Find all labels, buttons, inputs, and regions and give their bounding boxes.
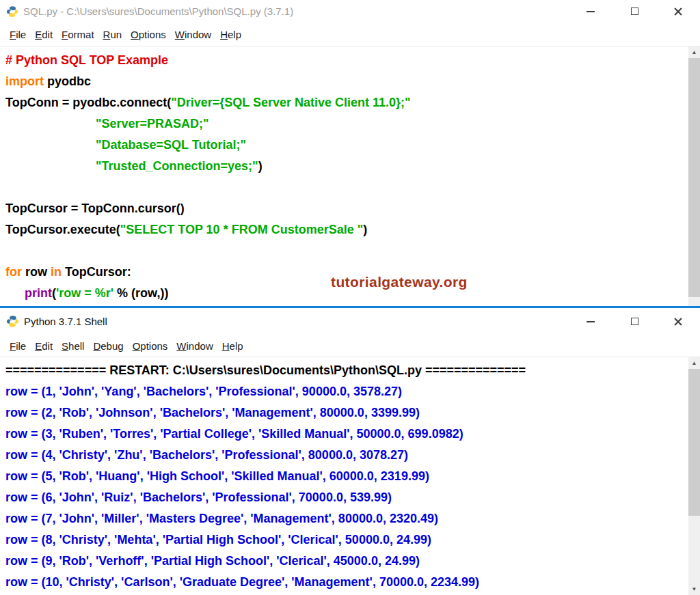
code-line: TopConn = pyodbc.connect("Driver={SQL Se… (5, 92, 686, 113)
shell-window-title: Python 3.7.1 Shell (24, 316, 107, 327)
shell-scrollbar-thumb[interactable] (688, 369, 700, 516)
close-icon (673, 7, 683, 16)
scroll-down-icon[interactable]: ▼ (688, 583, 700, 595)
output-line: row = (2, 'Rob', 'Johnson', 'Bachelors',… (5, 402, 686, 424)
close-button[interactable] (656, 0, 700, 23)
editor-window-title: SQL.py - C:\Users\sures\Documents\Python… (23, 5, 293, 17)
editor-scrollbar[interactable]: ▲ (688, 46, 700, 306)
shell-scrollbar[interactable]: ▲ ▼ (688, 357, 700, 595)
output-line: row = (10, 'Christy', 'Carlson', 'Gradua… (5, 572, 686, 593)
menu-options[interactable]: Options (127, 27, 170, 42)
output-line: row = (9, 'Rob', 'Verhoff', 'Partial Hig… (5, 551, 686, 572)
shell-output-lines: ============== RESTART: C:\Users\sures\D… (5, 360, 686, 593)
shell-window: Python 3.7.1 Shell FileEditShellDebugOpt… (0, 306, 700, 595)
output-line: row = (7, 'John', 'Miller', 'Masters Deg… (5, 508, 686, 529)
code-line: "Trusted_Connection=yes;") (5, 156, 686, 177)
menu-debug[interactable]: Debug (90, 339, 126, 353)
editor-code-area[interactable]: # Python SQL TOP Exampleimport pyodbcTop… (0, 46, 700, 306)
code-line: # Python SQL TOP Example (5, 50, 686, 71)
python-logo-icon (6, 315, 19, 328)
code-line (5, 177, 686, 198)
watermark-text: tutorialgateway.org (331, 274, 468, 290)
code-line: TopCursor = TopConn.cursor() (5, 198, 686, 219)
python-logo-icon (6, 5, 18, 18)
menu-edit[interactable]: Edit (31, 339, 56, 353)
menu-format[interactable]: Format (58, 27, 98, 42)
minimize-icon (587, 321, 595, 322)
editor-code-lines: # Python SQL TOP Exampleimport pyodbcTop… (5, 50, 686, 304)
editor-scrollbar-thumb[interactable] (688, 58, 700, 297)
editor-titlebar[interactable]: SQL.py - C:\Users\sures\Documents\Python… (0, 0, 700, 23)
menu-file[interactable]: File (6, 27, 29, 42)
code-line: import pyodbc (5, 71, 686, 92)
menu-options[interactable]: Options (129, 339, 172, 353)
shell-window-controls (569, 308, 700, 335)
code-line: TopCursor.execute("SELECT TOP 10 * FROM … (5, 219, 686, 240)
code-line: "Database=SQL Tutorial;" (5, 135, 686, 156)
menu-window[interactable]: Window (172, 27, 215, 42)
output-line: row = (5, 'Rob', 'Huang', 'High School',… (5, 466, 686, 487)
shell-titlebar[interactable]: Python 3.7.1 Shell (0, 308, 700, 335)
menu-shell[interactable]: Shell (58, 339, 88, 353)
output-line: row = (6, 'John', 'Ruiz', 'Bachelors', '… (5, 487, 686, 508)
scroll-up-icon[interactable]: ▲ (688, 46, 700, 58)
editor-menubar: FileEditFormatRunOptionsWindowHelp (0, 23, 700, 46)
menu-help[interactable]: Help (219, 339, 247, 353)
close-button[interactable] (656, 308, 700, 335)
menu-file[interactable]: File (6, 339, 29, 353)
code-line (5, 240, 686, 262)
maximize-button[interactable] (612, 308, 656, 335)
minimize-icon (587, 11, 595, 12)
minimize-button[interactable] (569, 0, 612, 23)
output-line: row = (1, 'John', 'Yang', 'Bachelors', '… (5, 381, 686, 402)
editor-window-controls (569, 0, 700, 23)
menu-edit[interactable]: Edit (31, 27, 56, 42)
shell-menubar: FileEditShellDebugOptionsWindowHelp (0, 335, 700, 357)
scroll-up-icon[interactable]: ▲ (688, 357, 700, 369)
editor-window: SQL.py - C:\Users\sures\Documents\Python… (0, 0, 700, 306)
maximize-icon (631, 8, 638, 15)
close-icon (673, 317, 683, 327)
output-line: row = (3, 'Ruben', 'Torres', 'Partial Co… (5, 424, 686, 445)
code-line: "Server=PRASAD;" (5, 113, 686, 135)
menu-window[interactable]: Window (173, 339, 216, 353)
maximize-icon (631, 318, 638, 325)
minimize-button[interactable] (569, 308, 612, 335)
output-line: ============== RESTART: C:\Users\sures\D… (5, 360, 686, 381)
menu-help[interactable]: Help (217, 27, 245, 42)
output-line: row = (8, 'Christy', 'Mehta', 'Partial H… (5, 529, 686, 551)
maximize-button[interactable] (612, 0, 656, 23)
shell-output-area[interactable]: ============== RESTART: C:\Users\sures\D… (0, 357, 700, 595)
menu-run[interactable]: Run (100, 27, 126, 42)
output-line: row = (4, 'Christy', 'Zhu', 'Bachelors',… (5, 445, 686, 466)
